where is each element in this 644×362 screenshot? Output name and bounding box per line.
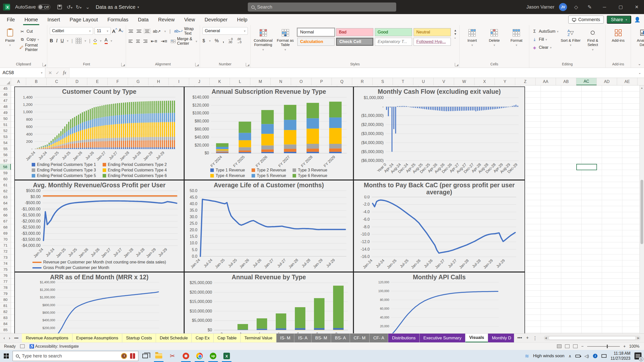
row-header-61[interactable]: 61: [0, 182, 11, 188]
fill-color-button[interactable]: ◇: [93, 37, 97, 44]
redo-icon[interactable]: ↻▾: [74, 4, 83, 10]
align-right-icon[interactable]: [143, 40, 147, 43]
ribbon-tab-data[interactable]: Data: [133, 14, 153, 25]
merge-center-button[interactable]: Merge & Center▾: [171, 38, 197, 44]
zoom-slider[interactable]: [587, 346, 620, 347]
speaker-icon[interactable]: ◁): [584, 354, 589, 358]
increase-indent-icon[interactable]: ⇥≡: [161, 38, 167, 44]
insert-cells-button[interactable]: Insert▾: [462, 27, 482, 47]
row-header-48[interactable]: 48: [0, 104, 11, 110]
hscroll-right-icon[interactable]: ▶: [636, 336, 640, 340]
sheet-tab-cf-a[interactable]: CF- A: [370, 334, 388, 342]
sheet-tab-cf-m[interactable]: CF- M: [350, 334, 370, 342]
hscroll-left-icon[interactable]: ◀: [544, 336, 548, 340]
sort-filter-button[interactable]: AZ▽ Sort & Filter▾: [560, 27, 581, 47]
clock[interactable]: 11:18 AM 11/27/2023: [611, 351, 630, 361]
new-sheet-button[interactable]: +: [526, 335, 529, 341]
column-header-X[interactable]: X: [474, 78, 495, 85]
column-header-I[interactable]: I: [169, 78, 189, 85]
page-layout-view-icon[interactable]: [565, 344, 570, 348]
comma-style-button[interactable]: ,: [223, 38, 224, 43]
battery-icon[interactable]: [575, 355, 580, 357]
more-sheets-icon[interactable]: •••: [14, 336, 19, 340]
vertical-scrollbar[interactable]: ▲: [639, 85, 644, 333]
gem-icon[interactable]: ◇: [572, 4, 581, 10]
page-break-view-icon[interactable]: [573, 344, 578, 348]
sheet-tab-is-m[interactable]: IS- M: [276, 334, 295, 342]
column-header-C[interactable]: C: [47, 78, 67, 85]
ribbon-tab-home[interactable]: Home: [20, 14, 43, 25]
gallery-up-icon[interactable]: ▲: [454, 29, 457, 32]
sheet-tab-executive-summary[interactable]: Executive Summary: [420, 334, 465, 342]
font-name-select[interactable]: Calibri▾: [50, 27, 93, 35]
column-header-AE[interactable]: AE: [617, 78, 637, 85]
accounting-format-button[interactable]: $: [203, 38, 205, 43]
column-header-T[interactable]: T: [393, 78, 413, 85]
autosave-toggle[interactable]: AutoSave Off: [15, 4, 50, 10]
gallery-more-icon[interactable]: ⌄: [454, 36, 457, 39]
row-header-77[interactable]: 77: [0, 279, 11, 285]
presence-icon[interactable]: 👤: [634, 17, 640, 23]
column-header-K[interactable]: K: [210, 78, 230, 85]
fill-button[interactable]: ⤓Fill▾: [532, 36, 558, 43]
zoom-level[interactable]: 100%: [629, 344, 639, 349]
font-dialog-launcher[interactable]: ◢: [121, 63, 125, 66]
row-header-83[interactable]: 83: [0, 315, 11, 321]
column-header-E[interactable]: E: [87, 78, 108, 85]
conditional-formatting-button[interactable]: Conditional Formatting▾: [253, 27, 273, 52]
style-good[interactable]: Good: [375, 28, 412, 36]
row-header-75[interactable]: 75: [0, 266, 11, 273]
restore-button[interactable]: ▢: [615, 0, 626, 14]
ribbon-tab-insert[interactable]: Insert: [43, 14, 65, 25]
column-header-U[interactable]: U: [413, 78, 434, 85]
scroll-up-icon[interactable]: ▲: [640, 85, 644, 90]
row-header-79[interactable]: 79: [0, 291, 11, 297]
number-dialog-launcher[interactable]: ◢: [246, 63, 249, 66]
excel-app-icon[interactable]: X: [3, 3, 12, 11]
network-info-icon[interactable]: i: [593, 354, 597, 358]
sheet-tab-expense-assumptions[interactable]: Expense Assumptions: [72, 334, 122, 342]
row-header-58[interactable]: 58: [0, 164, 11, 170]
enter-formula-icon[interactable]: ✓: [56, 70, 59, 76]
row-header-67[interactable]: 67: [0, 218, 11, 224]
zoom-in-icon[interactable]: +: [623, 344, 626, 349]
column-header-D[interactable]: D: [67, 78, 87, 85]
increase-decimal-button[interactable]: ←0.00: [228, 38, 233, 44]
sheet-tab-is-a[interactable]: IS- A: [294, 334, 311, 342]
percent-style-button[interactable]: %: [215, 38, 219, 43]
hidden-icons-chevron[interactable]: ∧: [569, 354, 572, 358]
snipping-tool-button[interactable]: ✂: [166, 350, 179, 362]
column-header-H[interactable]: H: [148, 78, 169, 85]
search-input[interactable]: Search: [248, 3, 396, 12]
column-header-Q[interactable]: Q: [332, 78, 352, 85]
ribbon-tab-help[interactable]: Help: [232, 14, 252, 25]
normal-view-icon[interactable]: [557, 344, 561, 348]
notifications-button[interactable]: 1: [634, 352, 641, 359]
weather-text[interactable]: High winds soon: [533, 353, 565, 358]
align-middle-icon[interactable]: [137, 30, 141, 33]
sheet-tab-bs-a[interactable]: BS- A: [331, 334, 350, 342]
share-button[interactable]: Share▾: [607, 16, 631, 24]
display-icon[interactable]: [601, 354, 607, 358]
column-header-Z[interactable]: Z: [515, 78, 536, 85]
column-header-F[interactable]: F: [108, 78, 128, 85]
column-header-Y[interactable]: Y: [495, 78, 515, 85]
find-select-button[interactable]: Find & Select▾: [583, 27, 603, 52]
column-header-AD[interactable]: AD: [597, 78, 617, 85]
column-header-A[interactable]: A: [11, 78, 26, 85]
comments-button[interactable]: Comments: [568, 16, 604, 24]
ribbon-tab-review[interactable]: Review: [153, 14, 180, 25]
undo-icon[interactable]: ↺▾: [65, 4, 74, 10]
row-header-82[interactable]: 82: [0, 309, 11, 315]
sheet-tab-cap-table[interactable]: Cap Table: [214, 334, 240, 342]
row-header-56[interactable]: 56: [0, 152, 11, 158]
row-header-49[interactable]: 49: [0, 110, 11, 116]
save-icon[interactable]: [57, 5, 62, 9]
grow-font-button[interactable]: A^: [112, 28, 117, 34]
styles-dialog-launcher[interactable]: ◢: [455, 63, 458, 66]
column-header-B[interactable]: B: [26, 78, 47, 85]
analyze-data-button[interactable]: Analyze Data: [633, 27, 644, 47]
hscroll-thumb[interactable]: [548, 336, 636, 340]
chart-c1-customer-count-by-type[interactable]: Customer Count by Type-2004006008001,000…: [14, 86, 184, 180]
row-header-52[interactable]: 52: [0, 128, 11, 134]
